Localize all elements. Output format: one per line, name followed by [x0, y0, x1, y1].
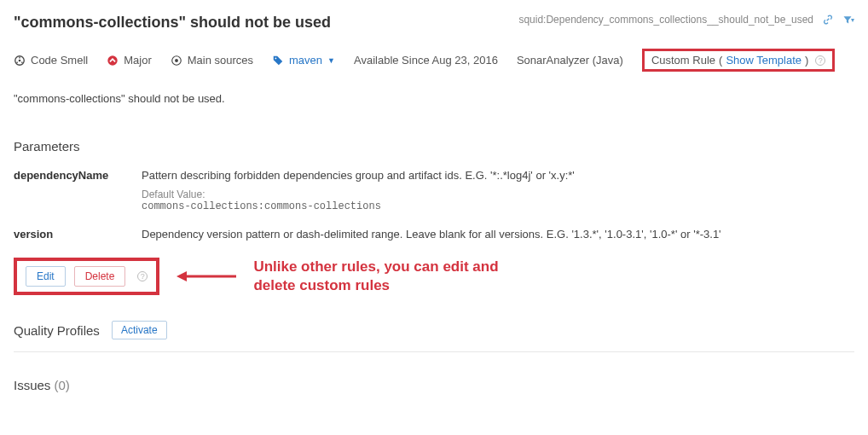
quality-profiles-section: Quality Profiles Activate	[14, 321, 854, 352]
help-icon[interactable]: ?	[137, 271, 148, 281]
target-icon	[171, 55, 182, 67]
rule-severity: Major	[107, 54, 152, 67]
rule-tag[interactable]: maven ▼	[272, 54, 335, 67]
rule-scope: Main sources	[171, 54, 253, 67]
svg-point-1	[19, 59, 21, 61]
rule-title: "commons-collections" should not be used	[14, 14, 331, 32]
param-description: Pattern describing forbidden dependencie…	[142, 169, 854, 182]
rule-type: Code Smell	[14, 54, 88, 67]
rule-description: "commons-collections" should not be used…	[14, 92, 854, 105]
parameters-table: dependencyName Pattern describing forbid…	[14, 169, 854, 241]
custom-rule-actions: Edit Delete ?	[14, 258, 159, 295]
param-name: version	[14, 228, 142, 241]
parameters-heading: Parameters	[14, 139, 854, 154]
major-icon	[107, 55, 119, 67]
filter-icon[interactable]: ▾	[842, 14, 854, 26]
activate-button[interactable]: Activate	[112, 321, 167, 339]
link-icon[interactable]	[822, 14, 834, 26]
code-smell-icon	[14, 55, 26, 67]
analyzer: SonarAnalyzer (Java)	[517, 54, 623, 67]
edit-button[interactable]: Edit	[26, 266, 66, 287]
available-since: Available Since Aug 23, 2016	[354, 54, 498, 67]
tag-icon	[272, 55, 284, 67]
svg-point-4	[175, 59, 178, 62]
custom-rule-badge: Custom Rule (Show Template) ?	[642, 49, 835, 72]
param-default-label: Default Value:	[142, 188, 854, 200]
rule-meta-row: Code Smell Major Main sources maven ▼ Av…	[14, 49, 854, 72]
annotation: Unlike other rules, you can edit and del…	[176, 258, 535, 295]
show-template-link[interactable]: Show Template	[726, 54, 801, 67]
issues-label: Issues	[14, 378, 50, 392]
svg-marker-7	[176, 271, 187, 281]
arrow-left-icon	[176, 269, 236, 284]
param-row: version Dependency version pattern or da…	[14, 228, 854, 241]
svg-point-5	[275, 57, 277, 59]
param-description: Dependency version pattern or dash-delim…	[142, 228, 854, 241]
delete-button[interactable]: Delete	[74, 266, 126, 287]
param-default-value: commons-collections:commons-collections	[142, 200, 854, 212]
param-name: dependencyName	[14, 169, 142, 182]
help-icon[interactable]: ?	[815, 55, 825, 66]
issues-section: Issues (0)	[14, 378, 854, 392]
svg-point-2	[108, 55, 118, 65]
param-row: dependencyName Pattern describing forbid…	[14, 169, 854, 212]
quality-profiles-heading: Quality Profiles	[14, 323, 100, 338]
issues-count: (0)	[55, 378, 70, 392]
rule-key: squid:Dependency_commons_collections__sh…	[518, 14, 813, 26]
